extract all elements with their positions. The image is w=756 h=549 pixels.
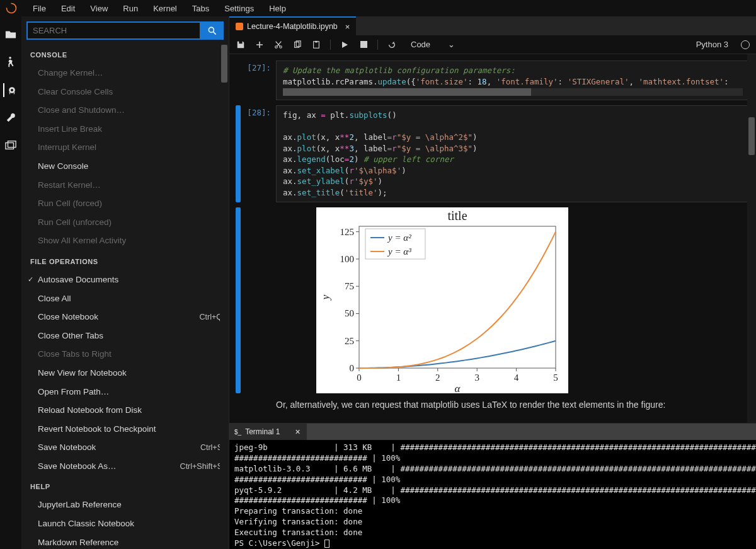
svg-rect-11 bbox=[315, 40, 318, 42]
command-item[interactable]: ✓Autosave Documents bbox=[26, 270, 226, 289]
command-label: Run Cell (forced) bbox=[38, 197, 102, 211]
command-item[interactable]: Close NotebookCtrl+Q bbox=[26, 308, 226, 327]
notebook-toolbar: Code ⌄ Python 3 bbox=[229, 35, 756, 54]
command-item[interactable]: New View for Notebook bbox=[26, 364, 226, 383]
command-item: Clear Console Cells bbox=[26, 83, 226, 101]
tools-icon[interactable] bbox=[4, 111, 18, 125]
copy-icon[interactable] bbox=[292, 40, 302, 49]
terminal-output[interactable]: jpeg-9b | 313 KB | #####################… bbox=[229, 440, 756, 549]
command-label: Restart Kernel… bbox=[38, 178, 101, 192]
notebook-area[interactable]: [27]: # Update the matplotlib configurat… bbox=[229, 54, 756, 423]
folder-icon[interactable] bbox=[4, 28, 18, 42]
command-item[interactable]: New Console bbox=[26, 157, 226, 176]
menu-view[interactable]: View bbox=[84, 1, 114, 16]
activity-bar bbox=[0, 16, 21, 549]
cell-type-select[interactable]: Code ⌄ bbox=[406, 38, 460, 50]
command-item[interactable]: Markdown Reference bbox=[26, 533, 226, 549]
menu-run[interactable]: Run bbox=[117, 1, 144, 16]
command-label: Close Other Tabs bbox=[38, 329, 103, 343]
command-label: Reload Notebook from Disk bbox=[38, 403, 142, 417]
command-label: Insert Line Break bbox=[38, 122, 102, 136]
svg-text:125: 125 bbox=[340, 227, 355, 237]
command-palette: CONSOLEChange Kernel…Clear Console Cells… bbox=[21, 16, 229, 549]
notebook-tab-bar: Lecture-4-Matplotlib.ipynb × bbox=[229, 16, 756, 35]
svg-text:title: title bbox=[447, 209, 467, 222]
check-icon: ✓ bbox=[28, 274, 33, 286]
command-item: Insert Line Break bbox=[26, 120, 226, 139]
cell-prompt: [27]: bbox=[243, 61, 276, 100]
horizontal-scrollbar[interactable] bbox=[283, 88, 743, 96]
command-label: Autosave Documents bbox=[38, 273, 118, 287]
command-label: New View for Notebook bbox=[38, 366, 127, 380]
svg-text:y = α²: y = α² bbox=[387, 233, 411, 243]
command-label: Revert Notebook to Checkpoint bbox=[38, 422, 156, 436]
svg-text:50: 50 bbox=[345, 308, 354, 318]
search-input[interactable] bbox=[26, 21, 201, 40]
terminal-tab-bar: $_ Terminal 1 × bbox=[229, 424, 756, 440]
stop-icon[interactable] bbox=[358, 41, 369, 48]
menu-settings[interactable]: Settings bbox=[218, 1, 260, 16]
run-icon[interactable] bbox=[340, 41, 350, 49]
svg-point-5 bbox=[209, 27, 214, 32]
shortcut-label: Ctrl+Shift+S bbox=[180, 460, 222, 473]
cell-type-label: Code bbox=[411, 40, 430, 49]
command-item[interactable]: JupyterLab Reference bbox=[26, 495, 226, 514]
command-label: Save Notebook As… bbox=[38, 459, 117, 473]
paste-icon[interactable] bbox=[311, 40, 321, 49]
svg-text:25: 25 bbox=[345, 336, 354, 346]
kernel-name[interactable]: Python 3 bbox=[696, 40, 728, 49]
code-input[interactable]: fig, ax = plt.subplots() ax.plot(x, x**2… bbox=[276, 105, 750, 202]
menu-edit[interactable]: Edit bbox=[55, 1, 81, 16]
command-item[interactable]: Save NotebookCtrl+S bbox=[26, 438, 226, 457]
tab-terminal[interactable]: $_ Terminal 1 × bbox=[229, 424, 307, 440]
tab-notebook[interactable]: Lecture-4-Matplotlib.ipynb × bbox=[229, 16, 356, 35]
sidebar-scrollbar[interactable] bbox=[220, 43, 229, 549]
save-icon[interactable] bbox=[236, 40, 246, 49]
command-item[interactable]: Open From Path… bbox=[26, 383, 226, 402]
cell-27[interactable]: [27]: # Update the matplotlib configurat… bbox=[236, 61, 750, 100]
close-icon[interactable]: × bbox=[345, 22, 350, 32]
commands-icon[interactable] bbox=[3, 83, 17, 97]
markdown-text: Or, alternatively, we can request that m… bbox=[276, 400, 750, 410]
command-item[interactable]: Close Other Tabs bbox=[26, 327, 226, 345]
command-item: Change Kernel… bbox=[26, 64, 226, 83]
command-label: Change Kernel… bbox=[38, 66, 103, 80]
section-heading: CONSOLE bbox=[26, 43, 226, 64]
command-label: Close and Shutdown… bbox=[38, 103, 125, 117]
command-item[interactable]: Revert Notebook to Checkpoint bbox=[26, 420, 226, 439]
notebook-scrollbar[interactable] bbox=[747, 54, 756, 423]
menu-tabs[interactable]: Tabs bbox=[186, 1, 215, 16]
search-button[interactable] bbox=[201, 21, 224, 40]
plot-output: title0255075100125012345αyy = α²y = α³ bbox=[316, 207, 568, 393]
svg-text:100: 100 bbox=[340, 254, 355, 264]
command-item: Close Tabs to Right bbox=[26, 345, 226, 364]
shortcut-label: Ctrl+Q bbox=[200, 311, 222, 323]
command-label: JupyterLab Reference bbox=[38, 498, 122, 512]
cell-28-output: title0255075100125012345αyy = α²y = α³ bbox=[236, 207, 750, 393]
close-icon[interactable]: × bbox=[295, 427, 300, 437]
menu-file[interactable]: File bbox=[26, 1, 52, 16]
tabs-icon[interactable] bbox=[4, 139, 18, 153]
running-icon[interactable] bbox=[4, 55, 18, 69]
command-item[interactable]: Close All bbox=[26, 289, 226, 308]
chevron-down-icon: ⌄ bbox=[448, 40, 455, 49]
cell-28[interactable]: [28]: fig, ax = plt.subplots() ax.plot(x… bbox=[236, 105, 750, 202]
cut-icon[interactable] bbox=[273, 40, 284, 49]
command-label: Launch Classic Notebook bbox=[38, 517, 134, 531]
svg-point-2 bbox=[11, 89, 13, 91]
svg-text:4: 4 bbox=[514, 373, 519, 383]
command-item[interactable]: Save Notebook As…Ctrl+Shift+S bbox=[26, 457, 226, 476]
command-item: Close and Shutdown… bbox=[26, 101, 226, 120]
code-input[interactable]: # Update the matplotlib configuration pa… bbox=[276, 61, 750, 100]
kernel-indicator-icon[interactable] bbox=[741, 40, 750, 49]
add-icon[interactable] bbox=[255, 41, 265, 49]
restart-icon[interactable] bbox=[387, 40, 397, 49]
command-item[interactable]: Launch Classic Notebook bbox=[26, 514, 226, 533]
svg-text:α: α bbox=[455, 383, 461, 393]
menu-kernel[interactable]: Kernel bbox=[147, 1, 183, 16]
section-heading: FILE OPERATIONS bbox=[26, 250, 226, 270]
command-label: Close Tabs to Right bbox=[38, 347, 112, 361]
menu-help[interactable]: Help bbox=[263, 1, 292, 16]
command-item[interactable]: Reload Notebook from Disk bbox=[26, 401, 226, 420]
command-item: Restart Kernel… bbox=[26, 176, 226, 195]
